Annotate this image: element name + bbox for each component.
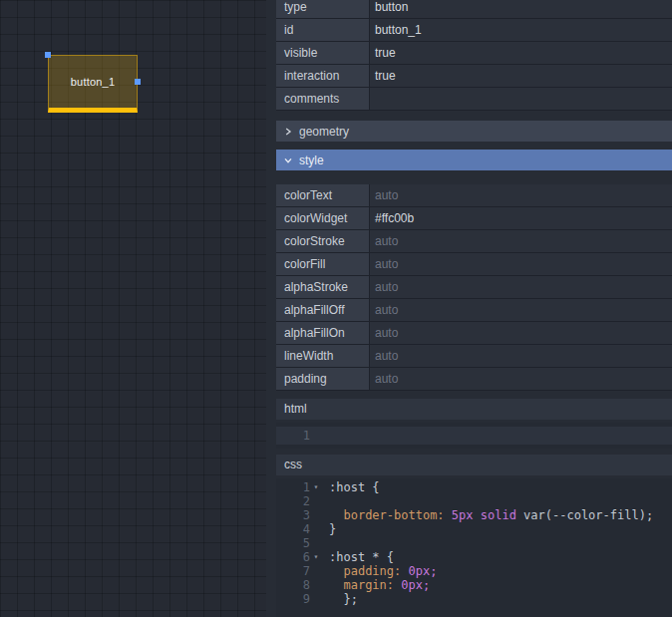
- code-line[interactable]: 8 margin: 0px;: [276, 578, 672, 592]
- fold-icon: [310, 508, 322, 522]
- code-token: }: [329, 522, 336, 536]
- fold-icon[interactable]: ▾: [310, 550, 322, 564]
- property-value-input[interactable]: auto: [370, 253, 672, 276]
- code-token: [445, 508, 452, 522]
- property-row: colorWidget #ffc00b: [276, 207, 672, 230]
- section-label-html: html: [276, 399, 672, 420]
- code-token: [329, 564, 343, 578]
- property-value-input[interactable]: auto: [370, 345, 672, 368]
- code-line[interactable]: 1▾ :host {: [276, 480, 672, 494]
- property-value-input[interactable]: #ffc00b: [370, 207, 672, 230]
- property-value-input[interactable]: auto: [370, 276, 672, 299]
- property-key: interaction: [276, 65, 370, 88]
- property-key: comments: [276, 88, 370, 111]
- code-line[interactable]: 6▾ :host * {: [276, 550, 672, 564]
- gutter: 2: [276, 494, 322, 508]
- code-line[interactable]: 3 border-bottom: 5px solid var(--color-f…: [276, 508, 672, 522]
- gutter: 1▾: [276, 480, 322, 494]
- code-token: [329, 578, 343, 592]
- css-editor[interactable]: 1▾ :host { 2 3 border-bottom: 5px solid …: [276, 478, 672, 617]
- property-key: type: [276, 0, 370, 19]
- resize-handle-right[interactable]: [135, 79, 141, 85]
- property-key: alphaFillOff: [276, 299, 370, 322]
- property-row: alphaFillOff auto: [276, 299, 672, 322]
- property-key: colorText: [276, 184, 370, 207]
- line-number: 1: [276, 480, 310, 494]
- code-line[interactable]: 9 };: [276, 592, 672, 606]
- section-title: geometry: [299, 125, 349, 139]
- line-number: 8: [276, 578, 310, 592]
- code-token: };: [329, 592, 358, 606]
- fold-icon: [310, 522, 322, 536]
- gutter: 6▾: [276, 550, 322, 564]
- editor-canvas[interactable]: button_1: [0, 0, 266, 617]
- code-line[interactable]: 5: [276, 536, 672, 550]
- property-key: padding: [276, 368, 370, 391]
- code-token: 0px;: [394, 578, 430, 592]
- section-header-style[interactable]: style: [276, 150, 672, 170]
- code-line[interactable]: 7 padding: 0px;: [276, 564, 672, 578]
- gutter: 1: [276, 427, 322, 445]
- property-table: type button id button_1 visible true int…: [276, 0, 672, 111]
- section-header-geometry[interactable]: geometry: [276, 121, 672, 142]
- fold-icon: [310, 494, 322, 508]
- code-token: :host * {: [329, 550, 394, 564]
- property-value-input[interactable]: auto: [370, 230, 672, 253]
- property-key: colorFill: [276, 253, 370, 276]
- property-value-input[interactable]: auto: [370, 299, 672, 322]
- gutter: 5: [276, 536, 322, 550]
- property-key: lineWidth: [276, 345, 370, 368]
- line-number: 9: [276, 592, 310, 606]
- property-row: colorStroke auto: [276, 230, 672, 253]
- property-value-input[interactable]: auto: [370, 184, 672, 207]
- widget-button[interactable]: button_1: [48, 55, 138, 113]
- resize-handle-top-left[interactable]: [45, 52, 51, 58]
- property-key: visible: [276, 42, 370, 65]
- property-row: colorText auto: [276, 184, 672, 207]
- code-token: margin:: [343, 578, 394, 592]
- fold-icon: [310, 592, 322, 606]
- widget-label: button_1: [71, 76, 115, 88]
- code-token: :host {: [329, 480, 380, 494]
- properties-panel: type button id button_1 visible true int…: [266, 0, 672, 617]
- line-number: 6: [276, 550, 310, 564]
- property-row: lineWidth auto: [276, 345, 672, 368]
- line-number: 1: [276, 427, 310, 445]
- chevron-down-icon: [284, 156, 292, 164]
- fold-icon: [310, 427, 322, 445]
- line-number: 4: [276, 522, 310, 536]
- fold-icon[interactable]: ▾: [310, 480, 322, 494]
- code-line[interactable]: 2: [276, 494, 672, 508]
- property-key: alphaFillOn: [276, 322, 370, 345]
- code-token: border-bottom:: [343, 508, 444, 522]
- gutter: 8: [276, 578, 322, 592]
- property-value-input[interactable]: auto: [370, 322, 672, 345]
- property-value-input[interactable]: button_1: [370, 19, 672, 42]
- property-value-input[interactable]: [370, 88, 672, 111]
- html-editor[interactable]: 1: [276, 423, 672, 449]
- line-number: 5: [276, 536, 310, 550]
- property-row: padding auto: [276, 368, 672, 391]
- property-row: colorFill auto: [276, 253, 672, 276]
- fold-icon: [310, 578, 322, 592]
- line-number: 2: [276, 494, 310, 508]
- line-number: 7: [276, 564, 310, 578]
- gutter: 7: [276, 564, 322, 578]
- code-token: 5px solid: [452, 508, 516, 522]
- property-row: interaction true: [276, 65, 672, 88]
- gutter: 4: [276, 522, 322, 536]
- property-value-input[interactable]: button: [370, 0, 672, 19]
- property-value-input[interactable]: auto: [370, 368, 672, 391]
- property-value-input[interactable]: true: [370, 42, 672, 65]
- property-value-input[interactable]: true: [370, 65, 672, 88]
- code-line[interactable]: 4 }: [276, 522, 672, 536]
- property-key: colorWidget: [276, 207, 370, 230]
- property-key: id: [276, 19, 370, 42]
- code-line[interactable]: 1: [276, 427, 672, 445]
- code-token: 0px;: [401, 564, 437, 578]
- gutter: 3: [276, 508, 322, 522]
- property-row: comments: [276, 88, 672, 111]
- code-token: var(--color-fill);: [516, 508, 653, 522]
- code-token: [329, 508, 343, 522]
- code-token: padding:: [343, 564, 401, 578]
